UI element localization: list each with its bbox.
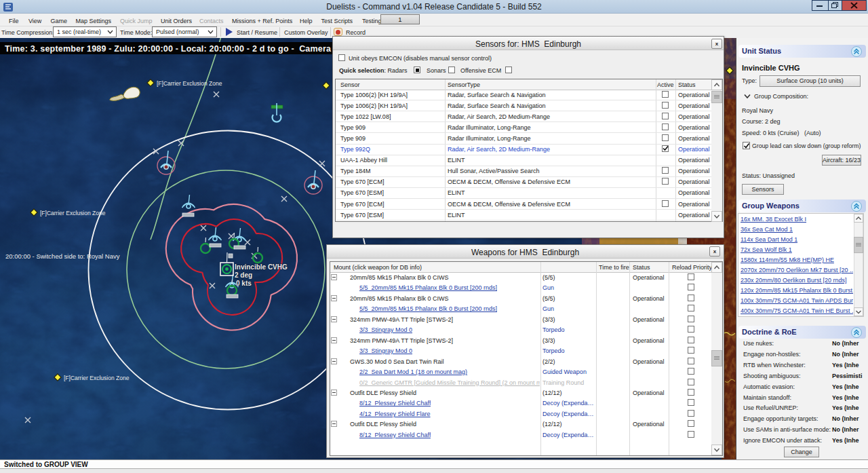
svg-text:[F]Carrier Exclusion Zone: [F]Carrier Exclusion Zone <box>64 375 130 381</box>
svg-text:20:00:00 - Switched side to: R: 20:00:00 - Switched side to: Royal Navy <box>5 252 120 260</box>
svg-text:[F]Carrier Exclusion Zone: [F]Carrier Exclusion Zone <box>40 210 106 216</box>
svg-text:[F]Carrier Exclusion Zone: [F]Carrier Exclusion Zone <box>157 80 222 87</box>
svg-text:0 kts: 0 kts <box>236 280 252 287</box>
svg-text:Invincible CVHG: Invincible CVHG <box>235 263 288 271</box>
svg-text:2 deg: 2 deg <box>235 271 252 279</box>
